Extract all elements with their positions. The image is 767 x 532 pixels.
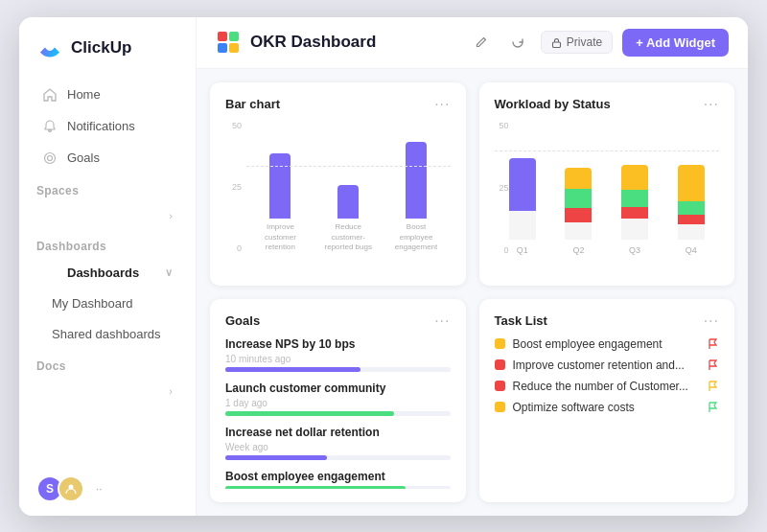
task-list-header: Task List ···: [495, 312, 720, 330]
sidebar-item-goals-label: Goals: [67, 150, 100, 165]
private-badge[interactable]: Private: [541, 31, 613, 54]
goal-bar-fill-2: [225, 455, 327, 460]
bar-chart-area: 50 25 0 Improve customer retentionReduce…: [225, 121, 451, 272]
sidebar-section-docs: Docs: [19, 350, 196, 377]
stack-label-0: Q1: [517, 245, 528, 255]
sidebar-item-home-label: Home: [67, 87, 101, 102]
goal-bar-bg-1: [225, 411, 451, 416]
svg-rect-7: [552, 42, 560, 48]
stack-label-1: Q2: [572, 245, 584, 255]
edit-button[interactable]: [468, 29, 495, 56]
task-name-0: Boost employee engagement: [513, 337, 662, 351]
stack-seg-3-0: [678, 165, 705, 201]
task-dot-2: [495, 381, 505, 391]
goal-bar-bg-0: [225, 367, 451, 372]
bar-chart-yaxis: 50 25 0: [225, 121, 244, 253]
sidebar-bottom: S ··: [19, 462, 196, 516]
y-label-0: 0: [237, 243, 244, 253]
target-icon: [42, 150, 58, 166]
task-dot-0: [495, 338, 505, 349]
task-list-menu[interactable]: ···: [704, 312, 719, 330]
app-window: ClickUp Home Notifications Goals: [19, 17, 748, 516]
sidebar: ClickUp Home Notifications Goals: [19, 17, 197, 516]
goal-name-1: Launch customer community: [225, 382, 451, 395]
chevron-right-icon: ›: [169, 210, 173, 221]
goals-header: Goals ···: [225, 312, 451, 330]
stack-seg-1-2: [565, 208, 592, 222]
sidebar-item-goals[interactable]: Goals: [25, 143, 190, 173]
private-label: Private: [567, 35, 602, 49]
user-icon: [64, 482, 78, 496]
task-dot-1: [495, 359, 505, 370]
svg-rect-5: [218, 43, 227, 53]
sidebar-item-home[interactable]: Home: [25, 80, 190, 110]
stack-seg-2-1: [621, 190, 648, 207]
stack-seg-3-3: [678, 224, 705, 240]
avatar-stack[interactable]: S: [36, 475, 84, 502]
bar-label-0: Improve customer retention: [254, 222, 307, 252]
bar-label-1: Reduce customer-reported bugs: [322, 222, 375, 252]
bar-0: [269, 153, 291, 219]
wy-50: 50: [499, 121, 511, 130]
sidebar-nav: Home Notifications Goals Spaces › D: [19, 75, 196, 462]
bar-1: [337, 185, 359, 219]
refresh-button[interactable]: [504, 29, 531, 56]
stack-seg-2-0: [621, 165, 648, 190]
bar-chart-menu[interactable]: ···: [434, 96, 450, 113]
sidebar-spaces-expand[interactable]: ›: [25, 202, 190, 229]
sidebar-section-dashboards: Dashboards: [19, 230, 196, 257]
task-item-2[interactable]: Reduce the number of Customer...: [495, 380, 720, 393]
goal-bar-bg-2: [225, 455, 451, 460]
clickup-logo-icon: [36, 35, 63, 61]
logo[interactable]: ClickUp: [19, 17, 196, 75]
sidebar-item-notifications-label: Notifications: [67, 119, 135, 133]
workload-chart-menu[interactable]: ···: [704, 96, 719, 113]
goal-item-3: Boost employee engagement: [225, 470, 451, 489]
stack-seg-0-0: [509, 158, 536, 211]
workload-chart-title: Workload by Status: [495, 97, 611, 111]
sidebar-section-spaces: Spaces: [19, 174, 196, 201]
sidebar-docs-expand[interactable]: ›: [25, 378, 190, 405]
refresh-icon: [511, 35, 524, 49]
goal-name-0: Increase NPS by 10 bps: [225, 337, 451, 351]
goals-menu[interactable]: ···: [434, 312, 450, 330]
flag-icon-1: [708, 359, 719, 371]
sidebar-dashboards-collapse[interactable]: Dashboards ∨: [25, 258, 190, 288]
goal-item-2: Increase net dollar retentionWeek ago: [225, 426, 451, 460]
dashboard-grid-icon: [216, 30, 241, 55]
task-name-1: Improve customer retention and...: [513, 359, 685, 372]
dashboard-grid: Bar chart ··· 50 25 0 Improve customer r…: [197, 69, 748, 516]
wy-25: 25: [499, 183, 511, 193]
task-dot-3: [495, 402, 505, 412]
svg-point-0: [45, 152, 56, 163]
goals-list: Increase NPS by 10 bps10 minutes agoLaun…: [225, 337, 451, 489]
task-list-widget: Task List ··· Boost employee engagementI…: [479, 299, 735, 502]
workload-chart-widget: Workload by Status ··· 50 25 0 Q1Q2Q3Q4: [479, 82, 735, 286]
goal-bar-fill-0: [225, 367, 360, 372]
goal-time-0: 10 minutes ago: [225, 354, 451, 364]
goal-time-2: Week ago: [225, 442, 451, 452]
task-item-3[interactable]: Optimize software costs: [495, 401, 720, 414]
sidebar-item-shared-dashboards[interactable]: Shared dashboards: [25, 319, 190, 349]
task-name-2: Reduce the number of Customer...: [513, 380, 688, 393]
bar-label-2: Boost employee engagement: [390, 222, 443, 252]
task-name-3: Optimize software costs: [513, 401, 635, 414]
topbar: OKR Dashboard: [197, 17, 748, 69]
sidebar-item-notifications[interactable]: Notifications: [25, 111, 190, 142]
sidebar-item-my-dashboard[interactable]: My Dashboard: [25, 289, 190, 318]
home-icon: [42, 87, 58, 103]
svg-rect-4: [229, 32, 239, 41]
main-content: OKR Dashboard: [197, 17, 748, 516]
task-item-1[interactable]: Improve customer retention and...: [495, 359, 720, 372]
workload-chart-header: Workload by Status ···: [495, 96, 720, 113]
y-label-50: 50: [232, 121, 244, 130]
goal-item-1: Launch customer community1 day ago: [225, 382, 451, 416]
add-widget-button[interactable]: + Add Widget: [622, 29, 729, 57]
stack-label-3: Q4: [686, 245, 697, 255]
stack-group-3: Q4: [678, 144, 705, 255]
goal-time-1: 1 day ago: [225, 398, 451, 408]
task-item-0[interactable]: Boost employee engagement: [495, 337, 720, 351]
bar-chart-header: Bar chart ···: [225, 96, 451, 113]
bar-group-1: Reduce customer-reported bugs: [314, 185, 383, 252]
stack-seg-0-1: [509, 211, 536, 240]
